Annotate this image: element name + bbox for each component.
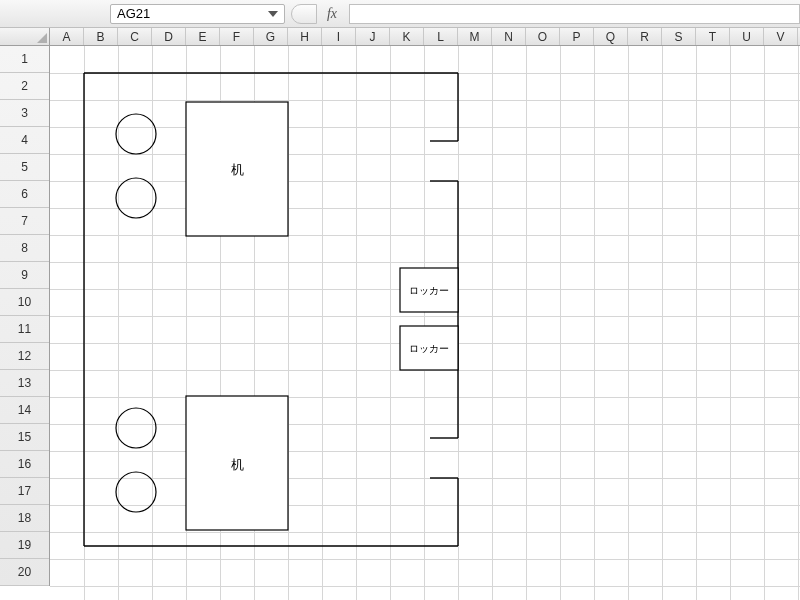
col-header[interactable]: S	[662, 28, 696, 45]
fx-group: fx	[291, 4, 343, 24]
name-box[interactable]: AG21	[110, 4, 285, 24]
row-header[interactable]: 3	[0, 100, 49, 127]
col-header[interactable]: U	[730, 28, 764, 45]
col-header[interactable]: P	[560, 28, 594, 45]
desk-label[interactable]: 机	[186, 456, 288, 474]
row-header[interactable]: 13	[0, 370, 49, 397]
select-all-corner[interactable]	[0, 28, 50, 46]
row-header[interactable]: 16	[0, 451, 49, 478]
col-header[interactable]: G	[254, 28, 288, 45]
row-header[interactable]: 7	[0, 208, 49, 235]
row-header[interactable]: 1	[0, 46, 49, 73]
row-header[interactable]: 4	[0, 127, 49, 154]
col-header[interactable]: H	[288, 28, 322, 45]
cell-grid[interactable]	[50, 46, 800, 600]
col-header[interactable]: M	[458, 28, 492, 45]
row-header[interactable]: 5	[0, 154, 49, 181]
row-header[interactable]: 20	[0, 559, 49, 586]
name-box-value: AG21	[117, 6, 150, 21]
col-header[interactable]: D	[152, 28, 186, 45]
formula-input[interactable]	[349, 4, 800, 24]
chevron-down-icon[interactable]	[268, 11, 278, 17]
col-header[interactable]: C	[118, 28, 152, 45]
fx-label[interactable]: fx	[321, 6, 343, 22]
col-header[interactable]: L	[424, 28, 458, 45]
row-header[interactable]: 14	[0, 397, 49, 424]
row-header[interactable]: 15	[0, 424, 49, 451]
row-header[interactable]: 12	[0, 343, 49, 370]
col-header[interactable]: F	[220, 28, 254, 45]
row-headers[interactable]: 1 2 3 4 5 6 7 8 9 10 11 12 13 14 15 16 1…	[0, 46, 50, 586]
column-headers[interactable]: A B C D E F G H I J K L M N O P Q R S T …	[50, 28, 800, 46]
row-header[interactable]: 11	[0, 316, 49, 343]
col-header[interactable]: I	[322, 28, 356, 45]
row-header[interactable]: 18	[0, 505, 49, 532]
col-header[interactable]: V	[764, 28, 798, 45]
row-header[interactable]: 17	[0, 478, 49, 505]
desk-label[interactable]: 机	[186, 161, 288, 179]
row-header[interactable]: 2	[0, 73, 49, 100]
formula-bar: AG21 fx	[0, 0, 800, 28]
locker-label[interactable]: ロッカー	[400, 342, 458, 356]
col-header[interactable]: E	[186, 28, 220, 45]
col-header[interactable]: A	[50, 28, 84, 45]
row-header[interactable]: 19	[0, 532, 49, 559]
spreadsheet-app: AG21 fx A B C D E F G H I J K L M N O P	[0, 0, 800, 600]
row-header[interactable]: 6	[0, 181, 49, 208]
col-header[interactable]: J	[356, 28, 390, 45]
cancel-entry-button[interactable]	[291, 4, 317, 24]
worksheet[interactable]: A B C D E F G H I J K L M N O P Q R S T …	[0, 28, 800, 600]
col-header[interactable]: Q	[594, 28, 628, 45]
col-header[interactable]: R	[628, 28, 662, 45]
col-header[interactable]: K	[390, 28, 424, 45]
locker-label[interactable]: ロッカー	[400, 284, 458, 298]
col-header[interactable]: B	[84, 28, 118, 45]
col-header[interactable]: T	[696, 28, 730, 45]
row-header[interactable]: 8	[0, 235, 49, 262]
row-header[interactable]: 10	[0, 289, 49, 316]
row-header[interactable]: 9	[0, 262, 49, 289]
col-header[interactable]: O	[526, 28, 560, 45]
col-header[interactable]: N	[492, 28, 526, 45]
